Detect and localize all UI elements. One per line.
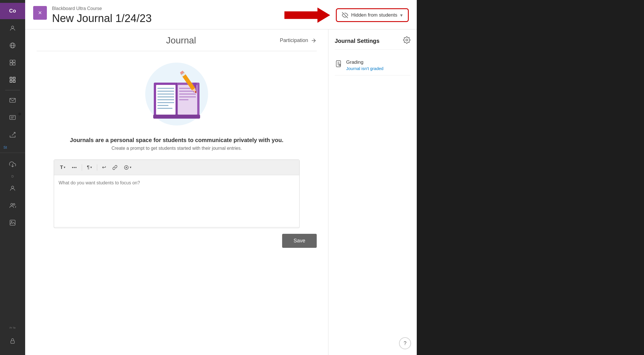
editor-toolbar: T ▾ ••• ¶ ▾ [54,160,299,175]
sidebar-item-export[interactable] [0,126,25,143]
svg-point-0 [11,26,14,28]
svg-rect-6 [10,63,12,65]
arrow-right-icon [310,37,317,44]
svg-rect-46 [153,115,200,119]
sidebar-item-profile[interactable] [0,19,25,37]
grading-icon [335,60,342,69]
sidebar-link[interactable]: St [3,145,7,149]
sidebar-cc-label: Co [9,8,16,14]
svg-rect-23 [11,341,15,343]
main-area: × Blackboard Ultra Course New Journal 1/… [25,0,644,355]
journal-content: Journals are a personal space for studen… [37,51,317,254]
sidebar-item-announcements[interactable] [0,109,25,126]
gear-icon [403,36,410,44]
undo-icon: ↩ [102,164,106,170]
journal-description-main: Journals are a personal space for studen… [70,137,284,143]
sidebar-divider-2 [0,153,25,153]
svg-point-22 [11,221,12,222]
svg-rect-21 [10,220,15,225]
sidebar-item-grid[interactable] [0,71,25,88]
paragraph-button[interactable]: ¶ ▾ [84,163,95,172]
sidebar: Co St D Pr Te [0,0,25,355]
sidebar-item-messages[interactable] [0,92,25,109]
participation-link[interactable]: Participation [280,37,317,44]
text-icon: T [60,165,63,170]
undo-button[interactable]: ↩ [99,163,109,172]
text-dropdown-icon: ▾ [64,165,65,169]
svg-rect-4 [10,60,12,62]
paragraph-icon: ¶ [87,165,89,170]
journal-description-sub: Create a prompt to get students started … [70,146,284,151]
link-icon [112,165,117,170]
sidebar-d-label: D [11,173,14,180]
sidebar-bottom: Pr Te [0,326,25,355]
sidebar-item-image[interactable] [0,214,25,231]
svg-point-57 [406,39,408,41]
settings-gear-button[interactable] [403,36,410,45]
insert-button[interactable]: ▾ [121,163,134,172]
insert-dropdown-icon: ▾ [130,165,131,169]
modal-header: × Blackboard Ultra Course New Journal 1/… [25,0,417,29]
book-illustration [137,60,217,128]
modal-header-right: Hidden from students ▾ [284,5,409,25]
editor-container: T ▾ ••• ¶ ▾ [54,159,300,228]
settings-grading-text: Grading Journal isn't graded [346,59,383,71]
svg-point-18 [11,186,14,188]
modal-body: Journal Participation [25,29,417,355]
modal-header-left: × Blackboard Ultra Course New Journal 1/… [33,6,152,25]
modal-title: New Journal 1/24/23 [52,12,152,25]
more-options-button[interactable]: ••• [69,163,79,171]
red-arrow-annotation [284,5,330,25]
sidebar-item-people[interactable] [0,197,25,214]
journal-heading: Journal [82,35,280,46]
participation-label: Participation [280,37,308,43]
sidebar-item-download2[interactable] [0,156,25,173]
settings-title: Journal Settings [335,38,380,44]
modal-overlay: × Blackboard Ultra Course New Journal 1/… [25,0,644,355]
sidebar-item-person[interactable] [0,180,25,197]
modal-subtitle: Blackboard Ultra Course [52,6,152,11]
svg-rect-13 [10,115,15,119]
paragraph-dropdown-icon: ▾ [90,165,92,169]
modal: × Blackboard Ultra Course New Journal 1/… [25,0,417,355]
journal-main: Journal Participation [25,29,328,355]
sidebar-item-content[interactable] [0,54,25,71]
more-dots-icon: ••• [72,165,77,170]
toolbar-separator-1 [82,164,82,171]
visibility-button[interactable]: Hidden from students ▾ [336,8,409,22]
settings-header: Journal Settings [335,36,410,50]
insert-icon [124,165,129,170]
sidebar-top: Co [0,3,25,19]
svg-line-16 [12,132,15,135]
journal-settings-sidebar: Journal Settings [328,29,417,355]
grading-label: Grading [346,59,383,65]
book-svg [137,60,217,128]
svg-rect-8 [10,77,12,79]
svg-rect-11 [13,80,15,82]
settings-grading-item: Grading Journal isn't graded [335,55,410,75]
svg-marker-24 [284,7,330,23]
svg-point-19 [11,204,13,206]
help-button[interactable]: ? [399,337,411,349]
sidebar-item-lock[interactable] [0,333,25,349]
svg-rect-10 [10,80,12,82]
modal-title-section: Blackboard Ultra Course New Journal 1/24… [52,6,152,25]
svg-rect-5 [13,60,15,62]
visibility-dropdown-icon: ▾ [400,12,403,18]
journal-description: Journals are a personal space for studen… [70,137,284,151]
text-format-button[interactable]: T ▾ [57,163,68,172]
toolbar-separator-2 [97,164,97,171]
svg-rect-7 [13,63,15,65]
sidebar-item-globe[interactable] [0,37,25,54]
journal-title-bar: Journal Participation [37,29,317,51]
visibility-label: Hidden from students [351,12,397,18]
sidebar-divider-1 [5,90,20,90]
close-button[interactable]: × [33,6,47,20]
grading-value-link[interactable]: Journal isn't graded [346,66,383,71]
journal-prompt-input[interactable] [54,175,299,227]
save-button[interactable]: Save [282,234,317,248]
svg-rect-9 [13,77,15,79]
svg-point-20 [13,204,15,205]
link-button[interactable] [110,163,120,172]
sidebar-bottom-text: Pr Te [7,326,18,330]
